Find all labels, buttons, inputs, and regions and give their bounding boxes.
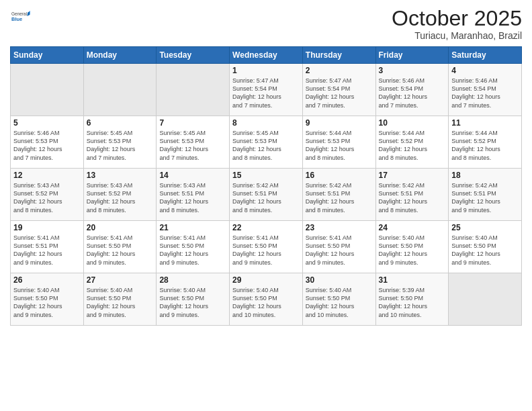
day-info: Sunrise: 5:40 AM Sunset: 5:50 PM Dayligh… xyxy=(379,234,446,267)
day-number: 24 xyxy=(379,223,446,232)
day-info: Sunrise: 5:42 AM Sunset: 5:51 PM Dayligh… xyxy=(306,181,373,214)
day-number: 26 xyxy=(13,275,81,285)
day-info: Sunrise: 5:45 AM Sunset: 5:53 PM Dayligh… xyxy=(87,129,154,162)
day-number: 19 xyxy=(13,223,81,232)
month-title: October 2025 xyxy=(392,7,522,30)
day-number: 12 xyxy=(13,171,81,180)
day-number: 20 xyxy=(87,223,154,232)
day-info: Sunrise: 5:42 AM Sunset: 5:51 PM Dayligh… xyxy=(232,181,300,214)
calendar-cell: 18Sunrise: 5:42 AM Sunset: 5:51 PM Dayli… xyxy=(449,169,522,221)
day-number: 14 xyxy=(159,171,226,180)
day-number: 22 xyxy=(232,223,300,232)
svg-text:General: General xyxy=(11,11,28,16)
day-info: Sunrise: 5:43 AM Sunset: 5:51 PM Dayligh… xyxy=(159,181,226,214)
calendar-cell: 19Sunrise: 5:41 AM Sunset: 5:51 PM Dayli… xyxy=(11,221,84,273)
calendar-cell xyxy=(11,64,84,116)
calendar-cell: 27Sunrise: 5:40 AM Sunset: 5:50 PM Dayli… xyxy=(83,273,157,326)
calendar-table: SundayMondayTuesdayWednesdayThursdayFrid… xyxy=(10,46,522,326)
calendar-cell: 10Sunrise: 5:44 AM Sunset: 5:52 PM Dayli… xyxy=(375,116,449,169)
title-block: October 2025 Turiacu, Maranhao, Brazil xyxy=(392,7,522,41)
day-number: 23 xyxy=(306,223,373,232)
day-info: Sunrise: 5:44 AM Sunset: 5:52 PM Dayligh… xyxy=(451,129,519,162)
day-number: 7 xyxy=(159,118,226,128)
day-number: 3 xyxy=(379,66,446,75)
day-info: Sunrise: 5:47 AM Sunset: 5:54 PM Dayligh… xyxy=(306,77,373,109)
day-info: Sunrise: 5:41 AM Sunset: 5:51 PM Dayligh… xyxy=(13,234,81,267)
calendar-cell: 15Sunrise: 5:42 AM Sunset: 5:51 PM Dayli… xyxy=(230,169,303,221)
calendar-cell: 9Sunrise: 5:44 AM Sunset: 5:53 PM Daylig… xyxy=(302,116,375,169)
calendar-cell: 21Sunrise: 5:41 AM Sunset: 5:50 PM Dayli… xyxy=(157,221,230,273)
calendar-cell: 22Sunrise: 5:41 AM Sunset: 5:50 PM Dayli… xyxy=(230,221,303,273)
day-header-wednesday: Wednesday xyxy=(230,47,303,64)
day-info: Sunrise: 5:39 AM Sunset: 5:50 PM Dayligh… xyxy=(379,286,446,319)
calendar-cell: 1Sunrise: 5:47 AM Sunset: 5:54 PM Daylig… xyxy=(230,64,303,116)
day-number: 11 xyxy=(451,118,519,128)
calendar-cell: 11Sunrise: 5:44 AM Sunset: 5:52 PM Dayli… xyxy=(449,116,522,169)
calendar-cell: 16Sunrise: 5:42 AM Sunset: 5:51 PM Dayli… xyxy=(302,169,375,221)
svg-text:Blue: Blue xyxy=(11,16,22,22)
day-info: Sunrise: 5:40 AM Sunset: 5:50 PM Dayligh… xyxy=(87,286,154,319)
day-number: 29 xyxy=(232,275,300,285)
day-info: Sunrise: 5:41 AM Sunset: 5:50 PM Dayligh… xyxy=(306,234,373,267)
day-info: Sunrise: 5:41 AM Sunset: 5:50 PM Dayligh… xyxy=(232,234,300,267)
day-info: Sunrise: 5:40 AM Sunset: 5:50 PM Dayligh… xyxy=(13,286,81,319)
calendar-cell: 7Sunrise: 5:45 AM Sunset: 5:53 PM Daylig… xyxy=(157,116,230,169)
calendar-cell: 17Sunrise: 5:42 AM Sunset: 5:51 PM Dayli… xyxy=(375,169,449,221)
week-row-5: 26Sunrise: 5:40 AM Sunset: 5:50 PM Dayli… xyxy=(11,273,522,326)
calendar-cell xyxy=(83,64,157,116)
day-info: Sunrise: 5:47 AM Sunset: 5:54 PM Dayligh… xyxy=(232,77,300,109)
day-number: 10 xyxy=(379,118,446,128)
week-row-2: 5Sunrise: 5:46 AM Sunset: 5:53 PM Daylig… xyxy=(11,116,522,169)
day-info: Sunrise: 5:41 AM Sunset: 5:50 PM Dayligh… xyxy=(159,234,226,267)
calendar-cell: 2Sunrise: 5:47 AM Sunset: 5:54 PM Daylig… xyxy=(302,64,375,116)
day-number: 1 xyxy=(232,66,300,75)
calendar-cell: 6Sunrise: 5:45 AM Sunset: 5:53 PM Daylig… xyxy=(83,116,157,169)
calendar-cell: 20Sunrise: 5:41 AM Sunset: 5:50 PM Dayli… xyxy=(83,221,157,273)
calendar-cell: 28Sunrise: 5:40 AM Sunset: 5:50 PM Dayli… xyxy=(157,273,230,326)
main-container: General Blue October 2025 Turiacu, Maran… xyxy=(0,0,532,332)
day-number: 13 xyxy=(87,171,154,180)
header: General Blue October 2025 Turiacu, Maran… xyxy=(10,7,522,41)
calendar-cell: 13Sunrise: 5:43 AM Sunset: 5:52 PM Dayli… xyxy=(83,169,157,221)
week-row-1: 1Sunrise: 5:47 AM Sunset: 5:54 PM Daylig… xyxy=(11,64,522,116)
day-info: Sunrise: 5:40 AM Sunset: 5:50 PM Dayligh… xyxy=(306,286,373,319)
logo-icon: General Blue xyxy=(11,7,30,26)
day-info: Sunrise: 5:42 AM Sunset: 5:51 PM Dayligh… xyxy=(379,181,446,214)
day-info: Sunrise: 5:42 AM Sunset: 5:51 PM Dayligh… xyxy=(451,181,519,214)
calendar-cell: 23Sunrise: 5:41 AM Sunset: 5:50 PM Dayli… xyxy=(302,221,375,273)
day-info: Sunrise: 5:40 AM Sunset: 5:50 PM Dayligh… xyxy=(232,286,300,319)
day-info: Sunrise: 5:43 AM Sunset: 5:52 PM Dayligh… xyxy=(13,181,81,214)
day-header-friday: Friday xyxy=(375,47,449,64)
calendar-cell: 25Sunrise: 5:40 AM Sunset: 5:50 PM Dayli… xyxy=(449,221,522,273)
calendar-cell: 31Sunrise: 5:39 AM Sunset: 5:50 PM Dayli… xyxy=(375,273,449,326)
calendar-cell: 14Sunrise: 5:43 AM Sunset: 5:51 PM Dayli… xyxy=(157,169,230,221)
week-row-3: 12Sunrise: 5:43 AM Sunset: 5:52 PM Dayli… xyxy=(11,169,522,221)
day-number: 17 xyxy=(379,171,446,180)
day-info: Sunrise: 5:41 AM Sunset: 5:50 PM Dayligh… xyxy=(87,234,154,267)
day-header-sunday: Sunday xyxy=(11,47,84,64)
calendar-cell: 24Sunrise: 5:40 AM Sunset: 5:50 PM Dayli… xyxy=(375,221,449,273)
day-number: 8 xyxy=(232,118,300,128)
day-number: 31 xyxy=(379,275,446,285)
calendar-cell xyxy=(157,64,230,116)
calendar-cell: 8Sunrise: 5:45 AM Sunset: 5:53 PM Daylig… xyxy=(230,116,303,169)
day-number: 5 xyxy=(13,118,81,128)
day-header-saturday: Saturday xyxy=(449,47,522,64)
day-info: Sunrise: 5:46 AM Sunset: 5:53 PM Dayligh… xyxy=(13,129,81,162)
day-number: 25 xyxy=(451,223,519,232)
day-info: Sunrise: 5:44 AM Sunset: 5:53 PM Dayligh… xyxy=(306,129,373,162)
day-info: Sunrise: 5:46 AM Sunset: 5:54 PM Dayligh… xyxy=(451,77,519,109)
day-number: 21 xyxy=(159,223,226,232)
day-number: 15 xyxy=(232,171,300,180)
logo-text-block: General Blue xyxy=(10,7,30,28)
calendar-cell: 12Sunrise: 5:43 AM Sunset: 5:52 PM Dayli… xyxy=(11,169,84,221)
day-number: 18 xyxy=(451,171,519,180)
day-header-monday: Monday xyxy=(83,47,157,64)
logo: General Blue xyxy=(10,7,30,28)
day-header-thursday: Thursday xyxy=(302,47,375,64)
days-header-row: SundayMondayTuesdayWednesdayThursdayFrid… xyxy=(11,47,522,64)
day-number: 9 xyxy=(306,118,373,128)
subtitle: Turiacu, Maranhao, Brazil xyxy=(392,30,522,41)
day-number: 4 xyxy=(451,66,519,75)
calendar-cell: 26Sunrise: 5:40 AM Sunset: 5:50 PM Dayli… xyxy=(11,273,84,326)
